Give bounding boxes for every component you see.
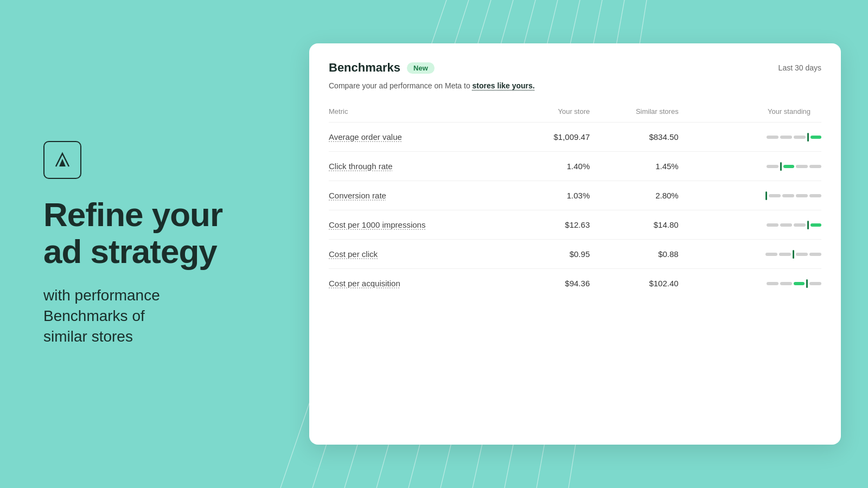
similar-stores-cell: $14.80: [590, 210, 678, 240]
table-row: Cost per 1000 impressions $12.63 $14.80: [329, 210, 821, 240]
logo-box: [43, 141, 81, 179]
new-badge: New: [407, 62, 435, 74]
table-row: Cost per acquisition $94.36 $102.40: [329, 269, 821, 298]
your-store-cell: 1.03%: [501, 181, 590, 210]
your-store-cell: $12.63: [501, 210, 590, 240]
right-panel: Benchmarks New Last 30 days Compare your…: [309, 43, 841, 445]
metrics-table: Metric Your store Similar stores Your st…: [329, 103, 821, 298]
your-store-cell: $94.36: [501, 269, 590, 298]
standing-cell: [679, 210, 821, 240]
table-row: Average order value $1,009.47 $834.50: [329, 123, 821, 152]
similar-stores-cell: $102.40: [590, 269, 678, 298]
metric-name-cell: Click through rate: [329, 152, 501, 181]
main-heading: Refine your ad strategy: [43, 196, 260, 270]
similar-stores-cell: $834.50: [590, 123, 678, 152]
your-store-cell: 1.40%: [501, 152, 590, 181]
card-subtitle: Compare your ad performance on Meta to s…: [329, 81, 821, 90]
col-your-store: Your store: [501, 103, 590, 123]
date-label: Last 30 days: [778, 63, 821, 72]
metric-name-cell: Cost per 1000 impressions: [329, 210, 501, 240]
card-title-row: Benchmarks New: [329, 61, 435, 75]
your-store-cell: $0.95: [501, 240, 590, 269]
standing-cell: [679, 181, 821, 210]
standing-cell: [679, 269, 821, 298]
left-panel: Refine your ad strategy with performance…: [0, 0, 304, 488]
your-store-cell: $1,009.47: [501, 123, 590, 152]
card-title: Benchmarks: [329, 61, 400, 75]
sub-heading: with performanceBenchmarks ofsimilar sto…: [43, 285, 260, 346]
standing-cell: [679, 240, 821, 269]
standing-cell: [679, 152, 821, 181]
col-similar-stores: Similar stores: [590, 103, 678, 123]
benchmarks-card: Benchmarks New Last 30 days Compare your…: [309, 43, 841, 445]
col-your-standing: Your standing: [679, 103, 821, 123]
logo-icon: [52, 149, 73, 171]
metric-name-cell: Conversion rate: [329, 181, 501, 210]
metric-name-cell: Cost per click: [329, 240, 501, 269]
card-header: Benchmarks New Last 30 days: [329, 61, 821, 75]
table-row: Cost per click $0.95 $0.88: [329, 240, 821, 269]
standing-cell: [679, 123, 821, 152]
similar-stores-cell: 1.45%: [590, 152, 678, 181]
col-metric: Metric: [329, 103, 501, 123]
similar-stores-cell: $0.88: [590, 240, 678, 269]
metric-name-cell: Average order value: [329, 123, 501, 152]
table-row: Conversion rate 1.03% 2.80%: [329, 181, 821, 210]
table-row: Click through rate 1.40% 1.45%: [329, 152, 821, 181]
similar-stores-cell: 2.80%: [590, 181, 678, 210]
metric-name-cell: Cost per acquisition: [329, 269, 501, 298]
